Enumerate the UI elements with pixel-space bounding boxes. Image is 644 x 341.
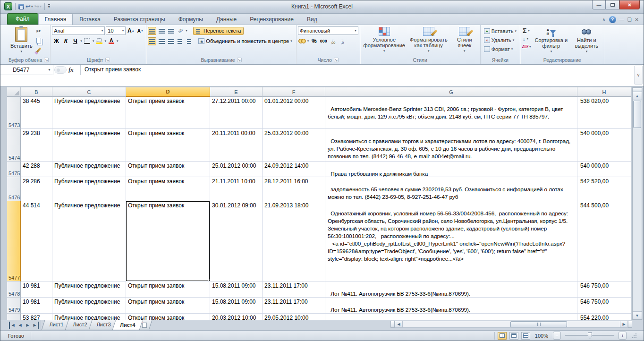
paste-button[interactable]: Вставить ▾ <box>8 26 34 55</box>
align-right-button[interactable] <box>167 37 175 45</box>
scroll-up-button[interactable]: ▲ <box>633 92 642 100</box>
number-format-combo[interactable]: Финансовый▾ <box>298 26 358 35</box>
fill-button[interactable]: ↓▾ <box>522 35 532 43</box>
cell-e5479[interactable]: 15.08.2011 09:00 <box>210 298 263 314</box>
row-header-5477[interactable]: 5477 <box>7 201 21 281</box>
cell-styles-button[interactable]: Стили ячеек ▾ <box>452 26 477 55</box>
page-layout-view-button[interactable] <box>509 332 518 340</box>
cell-b5473[interactable]: 38 445 <box>21 97 52 129</box>
insert-function-button[interactable]: fx <box>68 66 74 74</box>
accounting-dropdown-arrow[interactable]: ▾ <box>307 39 309 43</box>
vertical-scroll-thumb[interactable] <box>633 101 641 128</box>
find-select-button[interactable]: Найти и выделить ▾ <box>570 26 602 55</box>
cell-d5478[interactable]: Открыт прием заявок <box>126 281 210 298</box>
vertical-scrollbar[interactable]: ▲ ▼ <box>632 87 642 320</box>
accounting-format-button[interactable] <box>298 37 306 45</box>
column-header-b[interactable]: B <box>21 87 52 97</box>
font-size-combo[interactable]: 10▾ <box>106 26 126 35</box>
clear-button[interactable]: ▾ <box>522 43 532 51</box>
alignment-dialog-launcher[interactable]: ↘ <box>237 58 242 62</box>
align-top-button[interactable] <box>148 27 156 35</box>
tab-home[interactable]: Главная <box>38 14 73 25</box>
align-left-button[interactable] <box>148 37 156 45</box>
bold-button[interactable]: Ж <box>52 37 60 45</box>
expand-formula-bar-button[interactable]: ∨ <box>634 66 643 85</box>
underline-dropdown-arrow[interactable]: ▾ <box>80 39 82 43</box>
horizontal-scroll-track[interactable] <box>403 321 620 328</box>
shrink-font-button[interactable]: A▼ <box>136 27 144 35</box>
autosum-button[interactable]: Σ▾ <box>522 27 532 34</box>
horizontal-scroll-thumb[interactable] <box>510 321 567 327</box>
cell-d5476[interactable]: Открыт прием заявок <box>126 177 210 201</box>
scroll-right-button[interactable]: ▶ <box>620 321 628 328</box>
cell-g5475[interactable]: Права требования к должникам банка <box>325 162 577 177</box>
cell-g5480[interactable] <box>325 314 577 320</box>
row-header-5475[interactable]: 5475 <box>7 162 21 177</box>
horizontal-split-handle-right[interactable] <box>628 321 632 328</box>
cell-h5473[interactable]: 538 020,00 <box>577 97 631 129</box>
cell-b5477[interactable]: 44 514 <box>21 201 52 281</box>
prev-sheet-button[interactable]: ◀ <box>17 322 24 329</box>
font-color-button[interactable]: А <box>107 37 116 45</box>
cell-c5478[interactable]: Публичное предложение <box>52 281 126 298</box>
cell-b5474[interactable]: 29 238 <box>21 129 52 162</box>
delete-cells-button[interactable]: ×Удалить▾ <box>483 36 516 45</box>
collapse-ribbon-icon[interactable]: ∧ <box>602 17 605 22</box>
column-header-c[interactable]: C <box>52 87 126 97</box>
column-header-g[interactable]: G <box>325 87 577 97</box>
select-all-corner[interactable] <box>7 87 21 97</box>
cell-f5474[interactable]: 25.03.2012 00:00 <box>263 129 325 162</box>
cell-c5474[interactable]: Публичное предложение <box>52 129 126 162</box>
align-middle-button[interactable] <box>157 27 166 35</box>
tab-page-layout[interactable]: Разметка страницы <box>107 14 172 25</box>
zoom-in-button[interactable]: + <box>619 332 627 340</box>
cell-e5475[interactable]: 25.01.2012 00:00 <box>210 162 263 177</box>
conditional-formatting-button[interactable]: Условное форматирование ▾ <box>364 26 405 55</box>
font-family-combo[interactable]: Arial▾ <box>52 26 105 35</box>
cell-h5480[interactable]: 554 220,00 <box>577 314 631 320</box>
cell-f5478[interactable]: 23.11.2011 17:00 <box>263 281 325 298</box>
number-dialog-launcher[interactable]: ↘ <box>334 58 339 62</box>
scroll-down-button[interactable]: ▼ <box>633 311 642 319</box>
tab-review[interactable]: Рецензирование <box>243 14 300 25</box>
horizontal-split-handle[interactable] <box>390 321 395 328</box>
row-header-5474[interactable]: 5474 <box>7 129 21 162</box>
vertical-split-handle[interactable] <box>633 88 642 92</box>
horizontal-scrollbar[interactable]: ◀ ▶ <box>390 321 632 328</box>
scroll-left-button[interactable]: ◀ <box>395 321 403 328</box>
cell-d5475[interactable]: Открыт прием заявок <box>126 162 210 177</box>
cell-b5479[interactable]: 10 981 <box>21 298 52 314</box>
fill-color-button[interactable] <box>95 37 103 45</box>
cell-d5474[interactable]: Открыт прием заявок <box>126 129 210 162</box>
cell-d5480[interactable]: Открыт прием заявок <box>126 314 210 320</box>
cell-b5480[interactable]: 53 827 <box>21 314 52 320</box>
cell-d5473[interactable]: Открыт прием заявок <box>126 97 210 129</box>
column-header-h[interactable]: H <box>577 87 631 97</box>
comma-style-button[interactable]: 000 <box>319 37 328 45</box>
column-header-e[interactable]: E <box>210 87 263 97</box>
resize-grip[interactable] <box>631 333 637 339</box>
increase-decimal-button[interactable]: ←,00 <box>329 37 337 45</box>
cell-e5480[interactable]: 20.03.2012 10:00 <box>210 314 263 320</box>
increase-indent-button[interactable] <box>186 37 194 45</box>
copy-button[interactable] <box>34 37 43 45</box>
cell-e5474[interactable]: 20.11.2011 00:00 <box>210 129 263 162</box>
cell-reference[interactable]: D5477 <box>0 67 46 73</box>
borders-dropdown-arrow[interactable]: ▾ <box>93 39 94 43</box>
format-painter-button[interactable] <box>34 46 43 54</box>
column-header-d[interactable]: D <box>126 87 210 97</box>
next-sheet-button[interactable]: ▶ <box>24 322 31 329</box>
cell-h5477[interactable]: 544 500,00 <box>577 201 631 281</box>
merge-center-button[interactable]: a Объединить и поместить в центре ▾ <box>196 37 294 45</box>
last-sheet-button[interactable]: ▶ <box>32 322 39 329</box>
tab-insert[interactable]: Вставка <box>73 14 107 25</box>
cell-g5474[interactable]: Ознакомиться с правилами торгов и характ… <box>325 129 577 162</box>
sheet-tab-list4-active[interactable]: Лист4 <box>112 320 143 330</box>
cell-f5480[interactable]: 29.05.2012 10:00 <box>263 314 325 320</box>
tab-view[interactable]: Вид <box>300 14 324 25</box>
cell-h5478[interactable]: 546 750,00 <box>577 281 631 298</box>
cell-c5475[interactable]: Публичное предложение <box>52 162 126 177</box>
cell-b5476[interactable]: 29 286 <box>21 177 52 201</box>
cell-g5477[interactable]: Одноэтажный коровник, условный номер 56-… <box>325 201 577 281</box>
align-center-button[interactable] <box>157 37 166 45</box>
